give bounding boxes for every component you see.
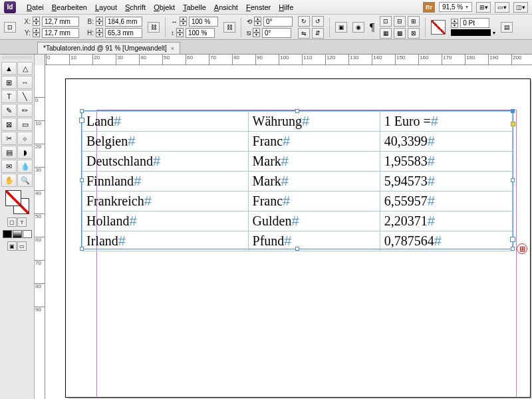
resize-handle[interactable]	[80, 178, 84, 182]
gap-tool[interactable]: ↔	[17, 76, 33, 89]
text-in-port[interactable]	[79, 118, 84, 123]
gradient-feather-tool[interactable]: ◗	[17, 146, 33, 159]
apply-gradient-icon[interactable]	[13, 230, 22, 238]
screen-mode-icon[interactable]: ▭▾	[495, 2, 509, 13]
type-tool[interactable]: T	[1, 90, 17, 103]
menu-bearbeiten[interactable]: Bearbeiten	[48, 1, 91, 13]
zoom-tool[interactable]: 🔍	[17, 174, 33, 187]
table-cell[interactable]: Gulden#	[248, 211, 380, 231]
table-cell[interactable]: Mark#	[248, 152, 380, 172]
apply-color-icon[interactable]	[3, 230, 12, 238]
table-cell[interactable]: Franc#	[248, 192, 380, 211]
paragraph-style-icon[interactable]: ¶	[370, 21, 374, 33]
page-tool[interactable]: ⊞	[1, 76, 17, 89]
resize-handle[interactable]	[511, 178, 515, 182]
flip-vertical-icon[interactable]: ⇵	[312, 28, 324, 39]
menu-objekt[interactable]: Objekt	[150, 1, 179, 13]
scissors-tool[interactable]: ✂	[1, 132, 17, 145]
table-cell[interactable]: Mark#	[248, 172, 380, 192]
line-tool[interactable]: ╲	[17, 90, 33, 103]
resize-handle[interactable]	[80, 109, 84, 113]
fill-frame-icon[interactable]: ▦	[380, 28, 392, 39]
zoom-level-dropdown[interactable]: 91,5 %	[439, 2, 472, 12]
table-cell[interactable]: Holland#	[82, 211, 249, 231]
apply-none-icon[interactable]	[23, 230, 32, 238]
select-content-icon[interactable]: ◉	[352, 22, 364, 33]
resize-handle[interactable]	[295, 109, 299, 113]
overset-text-icon[interactable]: ⊞	[517, 243, 527, 254]
preview-view-icon[interactable]: ▭	[17, 241, 27, 251]
table-cell[interactable]: Frankreich#	[82, 192, 249, 211]
table-cell[interactable]: Deutschland#	[82, 152, 249, 172]
table-cell[interactable]: Finnland#	[82, 172, 249, 192]
resize-handle[interactable]	[295, 247, 299, 251]
table-cell[interactable]: Belgien#	[82, 132, 249, 152]
table-cell[interactable]: 5,94573#	[380, 172, 512, 192]
x-position-input[interactable]	[42, 17, 79, 27]
document-tab[interactable]: *Tabulatoren.indd @ 91 % [Umgewandelt] ×	[37, 42, 180, 54]
constrain-proportions-icon[interactable]: ⛓	[148, 22, 160, 33]
vertical-ruler[interactable]: 0102030405060708090	[35, 65, 45, 399]
stroke-weight-input[interactable]	[460, 18, 489, 28]
selection-tool[interactable]: ▲	[1, 62, 17, 75]
arrange-documents-icon[interactable]: ◫▾	[513, 2, 528, 13]
table-cell[interactable]: 40,3399#	[380, 132, 512, 152]
panel-menu-icon[interactable]: ▤	[501, 22, 513, 33]
table-cell[interactable]: Währung#	[248, 112, 380, 132]
page-canvas[interactable]: ⊞ Land#Währung#1 Euro =#Belgien#Franc#40…	[45, 65, 532, 399]
text-out-port[interactable]	[510, 237, 515, 242]
panel-grip-icon[interactable]	[1, 56, 33, 60]
gradient-swatch-tool[interactable]: ▤	[1, 146, 17, 159]
stroke-style-dropdown[interactable]	[451, 29, 491, 36]
height-input[interactable]	[105, 28, 142, 38]
fit-proportional-icon[interactable]: ▩	[394, 28, 406, 39]
fill-stroke-swatch[interactable]	[431, 20, 446, 35]
fit-content-icon[interactable]: ⊡	[380, 16, 392, 27]
y-position-input[interactable]	[42, 28, 79, 38]
rotate-cw-icon[interactable]: ↻	[298, 16, 310, 27]
live-corner-widget[interactable]	[511, 122, 515, 126]
fit-frame-icon[interactable]: ⊟	[394, 16, 406, 27]
menu-layout[interactable]: Layout	[91, 1, 121, 13]
pencil-tool[interactable]: ✏	[17, 104, 33, 117]
table-cell[interactable]: Franc#	[248, 132, 380, 152]
menu-hilfe[interactable]: Hilfe	[275, 1, 297, 13]
menu-fenster[interactable]: Fenster	[242, 1, 275, 13]
table-cell[interactable]: 2,20371#	[380, 211, 512, 231]
scale-x-input[interactable]	[189, 17, 218, 27]
free-transform-tool[interactable]: ⟐	[17, 132, 33, 145]
table-cell[interactable]: 1,95583#	[380, 152, 512, 172]
normal-view-icon[interactable]: ▣	[7, 241, 17, 251]
close-tab-icon[interactable]: ×	[171, 45, 174, 52]
pen-tool[interactable]: ✎	[1, 104, 17, 117]
eyedropper-tool[interactable]: 💧	[17, 160, 33, 173]
fill-stroke-proxy[interactable]	[5, 190, 29, 214]
view-options-icon[interactable]: ⊞▾	[476, 2, 491, 13]
bridge-icon[interactable]: Br	[423, 2, 435, 13]
ruler-origin-icon[interactable]	[35, 55, 45, 65]
resize-handle[interactable]	[511, 109, 515, 113]
rotate-ccw-icon[interactable]: ↺	[312, 16, 324, 27]
resize-handle[interactable]	[80, 247, 84, 251]
flip-horizontal-icon[interactable]: ⇋	[298, 28, 310, 39]
selected-text-frame[interactable]: ⊞ Land#Währung#1 Euro =#Belgien#Franc#40…	[81, 110, 513, 249]
rectangle-tool[interactable]: ▭	[17, 118, 33, 131]
rotation-input[interactable]	[263, 17, 293, 27]
direct-selection-tool[interactable]: △	[17, 62, 33, 75]
select-container-icon[interactable]: ▣	[335, 22, 347, 33]
center-content-icon[interactable]: ⊞	[408, 16, 420, 27]
scale-y-input[interactable]	[186, 28, 215, 38]
table-cell[interactable]: 0,787564#	[380, 231, 512, 251]
menu-tabelle[interactable]: Tabelle	[179, 1, 210, 13]
table-cell[interactable]: Pfund#	[248, 231, 380, 251]
horizontal-ruler[interactable]: 0102030405060708090100110120130140150160…	[35, 55, 532, 65]
formatting-container-icon[interactable]: ▢	[7, 217, 17, 227]
width-input[interactable]	[105, 17, 142, 27]
table-cell[interactable]: Land#	[82, 112, 249, 132]
auto-fit-icon[interactable]: ⊠	[408, 28, 420, 39]
constrain-scale-icon[interactable]: ⛓	[223, 22, 235, 33]
table-cell[interactable]: Irland#	[82, 231, 249, 251]
rectangle-frame-tool[interactable]: ⊠	[1, 118, 17, 131]
table-cell[interactable]: 6,55957#	[380, 192, 512, 211]
hand-tool[interactable]: ✋	[1, 174, 17, 187]
